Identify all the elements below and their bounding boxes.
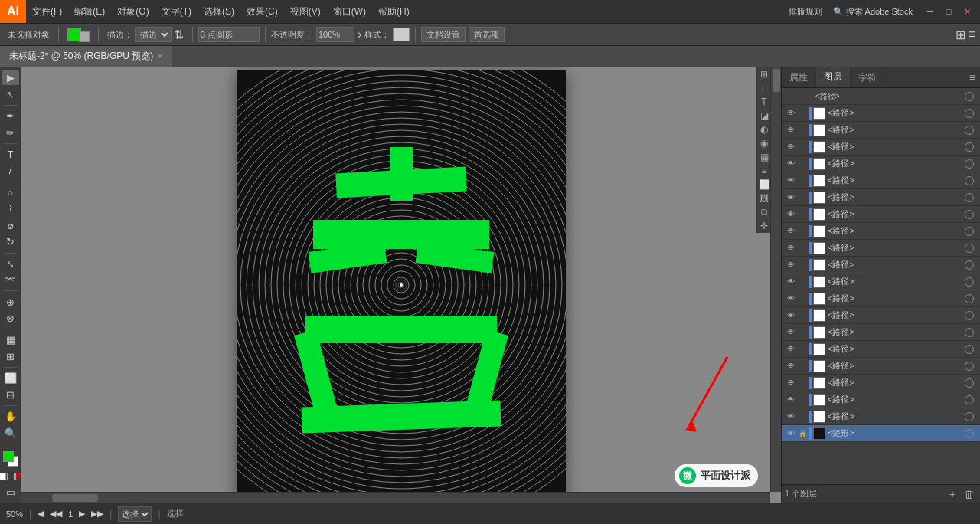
pencil-tool[interactable]: ✏ xyxy=(2,125,19,139)
menu-file[interactable]: 文件(F) xyxy=(26,0,68,23)
panel-icon-1[interactable]: ⊞ xyxy=(757,67,771,81)
change-screen-mode[interactable]: ▭ xyxy=(2,485,19,499)
nav-next[interactable]: ▶ xyxy=(79,509,85,519)
layer-eye-12[interactable]: 👁 xyxy=(785,309,797,322)
layer-eye-10[interactable]: 👁 xyxy=(785,276,797,288)
blend-tool[interactable]: ⊕ xyxy=(2,294,19,309)
panel-icon-11[interactable]: ⧉ xyxy=(757,205,771,219)
panel-icon-2[interactable]: ○ xyxy=(757,81,771,95)
layer-eye-16[interactable]: 👁 xyxy=(785,377,797,389)
artboard-select[interactable]: 选择 xyxy=(118,506,152,522)
maximize-button[interactable]: □ xyxy=(942,5,956,18)
layer-lock-16[interactable] xyxy=(797,378,808,388)
vertical-scrollbar[interactable] xyxy=(770,67,781,492)
panel-list-btn[interactable]: ≡ xyxy=(969,28,975,41)
layer-lock-11[interactable] xyxy=(797,293,808,304)
search-box[interactable]: 🔍 搜索 Adobe Stock xyxy=(833,6,913,18)
direct-selection-tool[interactable]: ↖ xyxy=(2,87,19,101)
layer-lock-9[interactable] xyxy=(797,260,808,270)
symbol-tool[interactable]: ⊗ xyxy=(2,311,19,326)
nav-last[interactable]: ▶▶ xyxy=(91,509,103,519)
line-tool[interactable]: / xyxy=(2,163,19,178)
menu-help[interactable]: 帮助(H) xyxy=(372,0,416,23)
layer-lock-6[interactable] xyxy=(797,209,808,220)
layer-row-4[interactable]: 👁<路径> xyxy=(782,172,980,189)
style-swatch[interactable] xyxy=(393,28,410,41)
layer-row-12[interactable]: 👁<路径> xyxy=(782,307,980,324)
pen-tool[interactable]: ✒ xyxy=(2,109,19,123)
layer-row-17[interactable]: 👁<路径> xyxy=(782,391,980,408)
layer-eye-13[interactable]: 👁 xyxy=(785,326,797,339)
layer-lock-3[interactable] xyxy=(797,159,808,169)
layer-eye-0[interactable]: 👁 xyxy=(785,107,797,120)
menu-select[interactable]: 选择(S) xyxy=(198,0,240,23)
layer-lock-19[interactable]: 🔒 xyxy=(797,428,808,439)
layer-row-5[interactable]: 👁<路径> xyxy=(782,189,980,206)
layer-eye-18[interactable]: 👁 xyxy=(785,411,797,423)
layer-eye-5[interactable]: 👁 xyxy=(785,192,797,204)
graph-tool[interactable]: ▦ xyxy=(2,332,19,347)
tab-properties[interactable]: 属性 xyxy=(782,68,816,87)
slice-tool[interactable]: ⊟ xyxy=(2,387,19,401)
layer-lock-4[interactable] xyxy=(797,175,808,186)
layer-lock-8[interactable] xyxy=(797,243,808,254)
type-tool[interactable]: T xyxy=(2,147,19,162)
layer-eye-15[interactable]: 👁 xyxy=(785,360,797,372)
layer-row-0[interactable]: 👁<路径> xyxy=(782,105,980,122)
layer-lock-0[interactable] xyxy=(797,108,808,119)
layer-row-18[interactable]: 👁<路径> xyxy=(782,408,980,425)
layer-row-15[interactable]: 👁<路径> xyxy=(782,358,980,375)
layer-lock-5[interactable] xyxy=(797,192,808,203)
layer-eye-9[interactable]: 👁 xyxy=(785,259,797,271)
menu-type[interactable]: 文字(T) xyxy=(155,0,198,23)
menu-effect[interactable]: 效果(C) xyxy=(240,0,284,23)
panel-toggle-btn[interactable]: ⊞ xyxy=(956,28,965,42)
warp-tool[interactable]: ⌤ xyxy=(2,273,19,287)
layer-eye-2[interactable]: 👁 xyxy=(785,141,797,153)
layer-lock-15[interactable] xyxy=(797,361,808,372)
layer-row-7[interactable]: 👁<路径> xyxy=(782,223,980,240)
document-tab[interactable]: 未标题-2* @ 50% (RGB/GPU 预览) × xyxy=(0,46,172,67)
scrollbar-thumb-v[interactable] xyxy=(773,69,780,92)
layer-row-11[interactable]: 👁<路径> xyxy=(782,290,980,307)
layer-row-19[interactable]: 👁🔒<矩形> xyxy=(782,425,980,442)
layer-row-3[interactable]: 👁<路径> xyxy=(782,156,980,172)
layer-eye-11[interactable]: 👁 xyxy=(785,293,797,305)
panel-icon-4[interactable]: ◪ xyxy=(757,109,771,123)
panel-icon-9[interactable]: ⬜ xyxy=(757,178,771,192)
layer-eye-17[interactable]: 👁 xyxy=(785,394,797,406)
panel-icon-12[interactable]: ✛ xyxy=(757,219,771,233)
opacity-input[interactable] xyxy=(316,27,354,42)
zoom-level[interactable]: 50% xyxy=(6,509,23,519)
layer-row-14[interactable]: 👁<路径> xyxy=(782,341,980,358)
ellipse-tool[interactable]: ○ xyxy=(2,185,19,200)
layer-row-16[interactable]: 👁<路径> xyxy=(782,375,980,391)
layer-lock-1[interactable] xyxy=(797,125,808,136)
layer-row-6[interactable]: 👁<路径> xyxy=(782,206,980,223)
layer-eye-4[interactable]: 👁 xyxy=(785,175,797,187)
scale-tool[interactable]: ⤡ xyxy=(2,256,19,270)
zoom-tool[interactable]: 🔍 xyxy=(2,425,19,440)
panel-icon-8[interactable]: ≡ xyxy=(757,164,771,178)
lasso-tool[interactable]: ⌀ xyxy=(2,218,19,233)
hand-tool[interactable]: ✋ xyxy=(2,409,19,424)
paintbrush-tool[interactable]: ⌇ xyxy=(2,201,19,216)
tab-layers[interactable]: 图层 xyxy=(816,67,851,87)
layer-eye-19[interactable]: 👁 xyxy=(785,427,797,440)
layer-row-9[interactable]: 👁<路径> xyxy=(782,257,980,273)
panel-icon-5[interactable]: ◐ xyxy=(757,123,771,136)
layer-lock-10[interactable] xyxy=(797,277,808,287)
minimize-button[interactable]: ─ xyxy=(923,5,937,18)
layer-row-10[interactable]: 👁<路径> xyxy=(782,273,980,290)
artboard-tool[interactable]: ⬜ xyxy=(2,371,19,385)
layer-eye-6[interactable]: 👁 xyxy=(785,208,797,221)
column-graph-tool[interactable]: ⊞ xyxy=(2,349,19,364)
layer-eye-8[interactable]: 👁 xyxy=(785,242,797,254)
layer-lock-2[interactable] xyxy=(797,142,808,152)
layer-row-top[interactable]: <路径> xyxy=(782,88,980,105)
menu-view[interactable]: 视图(V) xyxy=(284,0,327,23)
tab-character[interactable]: 字符 xyxy=(851,68,885,87)
selection-tool[interactable]: ▶ xyxy=(2,70,19,85)
new-layer-btn[interactable]: + xyxy=(945,486,960,502)
layer-row-8[interactable]: 👁<路径> xyxy=(782,240,980,257)
